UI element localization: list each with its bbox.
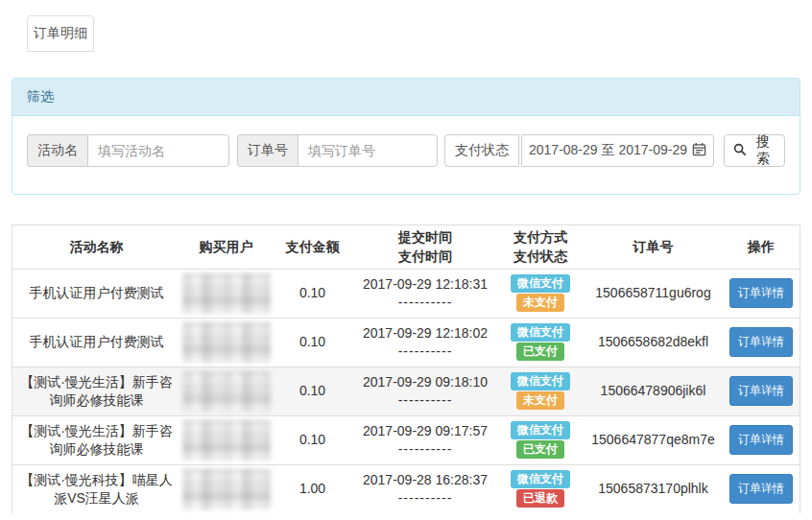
cell-user [180,318,272,366]
blurred-user-avatar [182,322,271,363]
activity-name-group: 活动名 [27,134,229,167]
pay-time: ---------- [355,391,495,410]
header-time-line2: 支付时间 [353,247,497,266]
pay-status-badge: 未支付 [516,391,564,410]
pay-time: ---------- [355,294,495,312]
cell-time: 2017-09-29 09:17:57 ---------- [353,415,497,464]
order-detail-button[interactable]: 订单详情 [729,474,793,504]
tab-bar: 订单明细 [27,0,800,52]
blurred-user-avatar [182,469,271,509]
pay-method-badge: 微信支付 [511,323,570,342]
calendar-icon [692,142,706,159]
search-button-label: 搜索 [751,133,776,168]
submit-time: 2017-09-29 09:18:10 [355,373,495,391]
pay-time: ---------- [355,343,495,361]
order-no-input[interactable] [298,134,438,167]
cell-order-no: 1506658682d8ekfl [584,318,723,366]
cell-pay: 微信支付 已退款 [497,464,584,513]
order-detail-page: 订单明细 筛选 活动名 订单号 支付状态 2017-08-29 至 2017-0… [0,0,812,513]
table-row: 手机认证用户付费测试 0.10 2017-09-29 12:18:02 ----… [12,318,800,366]
submit-time: 2017-09-28 16:28:37 [355,471,495,489]
submit-time: 2017-09-29 12:18:31 [355,275,495,294]
filter-panel-title: 筛选 [12,79,800,116]
order-no-group: 订单号 [237,134,438,167]
cell-activity: 手机认证用户付费测试 [12,269,180,318]
cell-time: 2017-09-29 12:18:02 ---------- [353,318,497,366]
cell-action: 订单详情 [723,366,800,415]
order-detail-button[interactable]: 订单详情 [729,376,793,406]
order-detail-button[interactable]: 订单详情 [729,278,793,308]
tab-order-detail[interactable]: 订单明细 [27,15,94,52]
header-pay: 支付方式 支付状态 [497,225,584,269]
order-detail-button[interactable]: 订单详情 [729,327,793,357]
activity-name-input[interactable] [87,134,229,167]
cell-amount: 0.10 [272,269,353,318]
cell-activity: 【测试·慢光生活】新手咨询师必修技能课 [12,415,180,464]
pay-method-badge: 微信支付 [511,421,570,439]
order-detail-button[interactable]: 订单详情 [729,425,793,455]
cell-amount: 0.10 [272,318,353,366]
table-row: 手机认证用户付费测试 0.10 2017-09-29 12:18:31 ----… [12,269,800,318]
cell-action: 订单详情 [723,269,800,318]
pay-method-badge: 微信支付 [511,372,570,390]
cell-time: 2017-09-29 12:18:31 ---------- [353,269,497,318]
cell-pay: 微信支付 已支付 [497,415,584,464]
cell-pay: 微信支付 已支付 [497,318,584,366]
cell-order-no: 1506647877qe8m7e [584,415,723,464]
search-button[interactable]: 搜索 [724,134,785,167]
date-range-value: 2017-08-29 至 2017-09-29 [529,142,687,159]
pay-method-badge: 微信支付 [511,470,570,488]
filter-panel-body: 活动名 订单号 支付状态 2017-08-29 至 2017-09-29 [12,116,800,194]
filter-panel: 筛选 活动名 订单号 支付状态 2017-08-29 至 2017-09-29 [12,78,800,195]
cell-user [180,366,272,415]
cell-amount: 0.10 [272,366,353,415]
cell-user [180,269,272,318]
cell-pay: 微信支付 未支付 [497,269,584,318]
cell-activity: 【测试·慢光生活】新手咨询师必修技能课 [12,366,180,415]
order-no-label: 订单号 [237,134,298,167]
table-row: 【测试·慢光科技】喵星人派VS汪星人派 1.00 2017-09-28 16:2… [12,464,800,513]
header-user: 购买用户 [180,225,272,269]
submit-time: 2017-09-29 12:18:02 [355,324,495,343]
submit-time: 2017-09-29 09:17:57 [355,422,495,440]
pay-time: ---------- [355,440,495,459]
pay-status-select[interactable]: 支付状态 [444,134,519,167]
blurred-user-avatar [182,420,271,461]
cell-time: 2017-09-28 16:28:37 ---------- [353,464,497,513]
cell-user [180,415,272,464]
blurred-user-avatar [182,371,271,412]
pay-status-badge: 未支付 [516,294,564,312]
cell-amount: 0.10 [272,415,353,464]
cell-action: 订单详情 [723,318,800,366]
cell-activity: 【测试·慢光科技】喵星人派VS汪星人派 [12,464,180,513]
cell-activity: 手机认证用户付费测试 [12,318,180,366]
cell-pay: 微信支付 未支付 [497,366,584,415]
date-range-picker[interactable]: 2017-08-29 至 2017-09-29 [521,134,714,167]
pay-status-badge: 已支付 [516,343,564,361]
header-amount: 支付金额 [272,225,353,269]
pay-status-badge: 已支付 [516,440,564,459]
header-pay-line1: 支付方式 [497,227,584,247]
cell-action: 订单详情 [723,464,800,513]
table-row: 【测试·慢光生活】新手咨询师必修技能课 0.10 2017-09-29 09:1… [12,415,800,464]
cell-order-no: 15066478906jik6l [584,366,723,415]
pay-time: ---------- [355,489,495,508]
table-row: 【测试·慢光生活】新手咨询师必修技能课 0.10 2017-09-29 09:1… [12,366,800,415]
header-activity: 活动名称 [12,225,180,269]
header-time: 提交时间 支付时间 [353,225,497,269]
cell-order-no: 1506658711gu6rog [584,269,723,318]
orders-table: 活动名称 购买用户 支付金额 提交时间 支付时间 支付方式 支付状态 订单号 操… [12,225,800,513]
cell-time: 2017-09-29 09:18:10 ---------- [353,366,497,415]
pay-method-badge: 微信支付 [511,274,570,293]
blurred-user-avatar [182,273,271,314]
header-action: 操作 [723,225,800,269]
cell-action: 订单详情 [723,415,800,464]
header-pay-line2: 支付状态 [497,247,584,266]
orders-table-panel: 活动名称 购买用户 支付金额 提交时间 支付时间 支付方式 支付状态 订单号 操… [12,225,800,513]
header-time-line1: 提交时间 [353,227,497,247]
pay-status-badge: 已退款 [516,489,564,508]
header-order-no: 订单号 [584,225,723,269]
activity-name-label: 活动名 [27,134,87,167]
search-icon [733,143,747,159]
table-header-row: 活动名称 购买用户 支付金额 提交时间 支付时间 支付方式 支付状态 订单号 操… [12,225,800,269]
